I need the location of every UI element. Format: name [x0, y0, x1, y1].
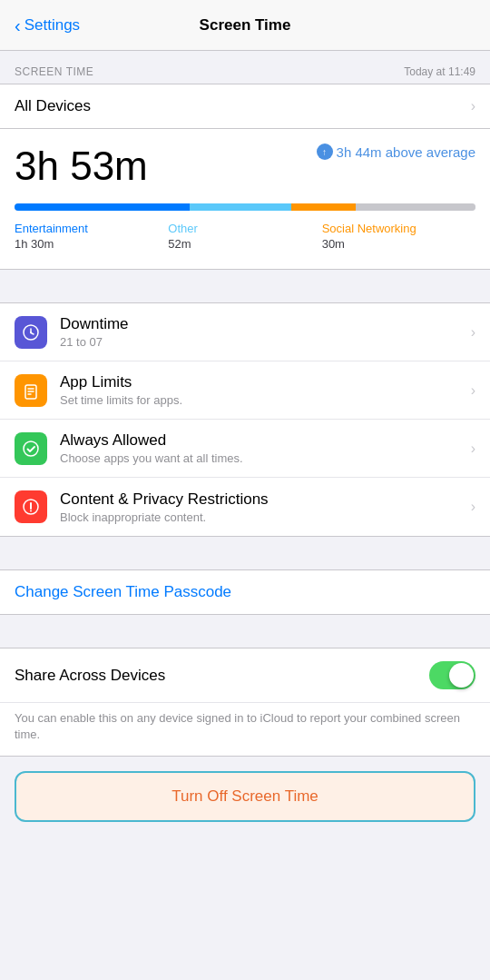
svg-point-1 — [30, 332, 32, 333]
category-social: Social Networking 30m — [322, 222, 475, 251]
category-entertainment: Entertainment 1h 30m — [15, 222, 168, 251]
app-limits-subtitle: Set time limits for apps. — [60, 393, 471, 407]
category-entertainment-name: Entertainment — [15, 222, 168, 235]
always-allowed-subtitle: Choose apps you want at all times. — [60, 451, 471, 465]
app-limits-chevron-icon: › — [471, 382, 475, 399]
page-title: Screen Time — [200, 16, 291, 35]
app-limits-text: App Limits Set time limits for apps. — [60, 373, 471, 407]
downtime-icon — [15, 316, 47, 349]
stats-section: 3h 53m ↑ 3h 44m above average Entertainm… — [0, 129, 490, 270]
share-toggle[interactable] — [429, 661, 475, 689]
all-devices-row[interactable]: All Devices › — [0, 84, 490, 129]
downtime-chevron-icon: › — [471, 324, 475, 341]
turnoff-section: Turn Off Screen Time — [0, 757, 490, 836]
share-section: Share Across Devices You can enable this… — [0, 648, 490, 757]
category-other-name: Other — [168, 222, 321, 235]
turnoff-label: Turn Off Screen Time — [172, 787, 318, 805]
content-privacy-chevron-icon: › — [471, 499, 475, 515]
svg-point-9 — [30, 510, 32, 512]
section-label-text: SCREEN TIME — [15, 65, 93, 78]
category-other: Other 52m — [168, 222, 321, 251]
section-gap-2 — [0, 537, 490, 569]
social-segment — [291, 203, 356, 211]
nav-bar: ‹ Settings Screen Time — [0, 0, 490, 51]
category-entertainment-time: 1h 30m — [15, 237, 168, 251]
content-privacy-text: Content & Privacy Restrictions Block ina… — [60, 490, 471, 524]
back-button[interactable]: ‹ Settings — [15, 16, 80, 35]
downtime-subtitle: 21 to 07 — [60, 335, 471, 349]
above-average-label: 3h 44m above average — [337, 144, 475, 160]
change-passcode-label: Change Screen Time Passcode — [15, 583, 231, 600]
settings-list: Downtime 21 to 07 › App Limits Set time … — [0, 302, 490, 537]
turnoff-button[interactable]: Turn Off Screen Time — [15, 771, 475, 822]
downtime-title: Downtime — [60, 315, 471, 333]
above-average-indicator: ↑ 3h 44m above average — [317, 144, 475, 160]
svg-point-6 — [24, 441, 38, 456]
downtime-text: Downtime 21 to 07 — [60, 315, 471, 349]
back-label: Settings — [24, 16, 80, 35]
category-social-name: Social Networking — [322, 222, 475, 235]
section-gap-1 — [0, 270, 490, 302]
share-description: You can enable this on any device signed… — [0, 703, 490, 756]
other-segment — [190, 203, 291, 211]
chevron-right-icon: › — [471, 98, 475, 114]
content-privacy-icon — [15, 490, 47, 523]
progress-bar — [15, 203, 475, 211]
always-allowed-text: Always Allowed Choose apps you want at a… — [60, 431, 471, 465]
section-gap-3 — [0, 615, 490, 648]
always-allowed-title: Always Allowed — [60, 431, 471, 450]
content-privacy-subtitle: Block inappropriate content. — [60, 510, 471, 524]
share-label: Share Across Devices — [15, 667, 165, 685]
chevron-left-icon: ‹ — [15, 16, 21, 35]
all-devices-label: All Devices — [15, 97, 91, 115]
stats-header-row: 3h 53m ↑ 3h 44m above average — [15, 144, 475, 194]
entertainment-segment — [15, 203, 190, 211]
content-privacy-row[interactable]: Content & Privacy Restrictions Block ina… — [0, 478, 490, 536]
category-row: Entertainment 1h 30m Other 52m Social Ne… — [15, 222, 475, 251]
up-arrow-icon: ↑ — [317, 144, 333, 160]
app-limits-title: App Limits — [60, 373, 471, 391]
content-privacy-title: Content & Privacy Restrictions — [60, 490, 471, 509]
always-allowed-icon — [15, 432, 47, 465]
total-screen-time: 3h 53m — [15, 144, 148, 189]
change-passcode-section[interactable]: Change Screen Time Passcode — [0, 569, 490, 615]
section-timestamp: Today at 11:49 — [404, 65, 475, 78]
remaining-segment — [356, 203, 475, 211]
share-row: Share Across Devices — [0, 648, 490, 703]
app-limits-icon — [15, 374, 47, 407]
always-allowed-chevron-icon: › — [471, 441, 475, 457]
category-other-time: 52m — [168, 237, 321, 251]
downtime-row[interactable]: Downtime 21 to 07 › — [0, 303, 490, 361]
category-social-time: 30m — [322, 237, 475, 251]
always-allowed-row[interactable]: Always Allowed Choose apps you want at a… — [0, 420, 490, 478]
app-limits-row[interactable]: App Limits Set time limits for apps. › — [0, 361, 490, 420]
toggle-knob — [449, 663, 474, 688]
screen-time-section-header: SCREEN TIME Today at 11:49 — [0, 51, 490, 84]
